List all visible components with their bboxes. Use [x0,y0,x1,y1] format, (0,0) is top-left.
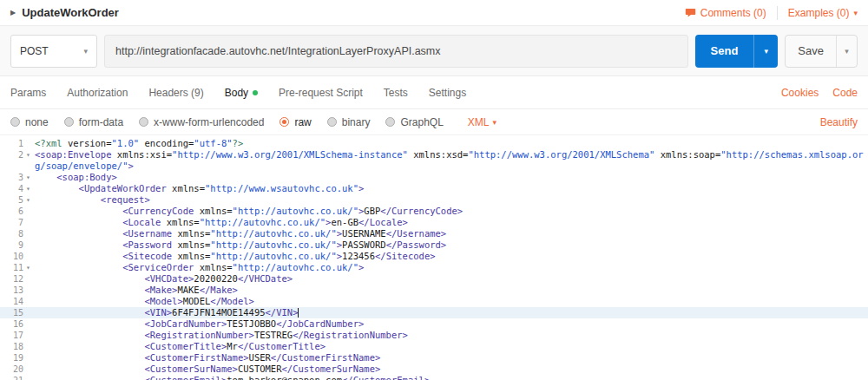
send-button[interactable]: Send [695,35,754,68]
tab-body[interactable]: Body [225,87,258,99]
code-line-9[interactable]: 9 <Password xmlns="http://autovhc.co.uk/… [0,239,868,251]
radio-icon [139,117,148,127]
code-line-11[interactable]: 11▾ <ServiceOrder xmlns="http://autovhc.… [0,262,868,273]
gutter: 4▾ [0,183,35,194]
gutter: 18 [0,341,35,352]
url-input[interactable] [104,35,688,68]
body-mode-form-data[interactable]: form-data [64,116,123,128]
gutter: 3▾ [0,172,35,183]
code-text: <Locale xmlns="http://autovhc.co.uk/">en… [35,217,868,228]
code-text: <soap:Envelope xmlns:xsi="http://www.w3.… [35,149,868,172]
code-line-18[interactable]: 18 <CustomerTitle>Mr</CustomerTitle> [0,341,868,352]
line-number: 13 [3,285,23,296]
examples-dropdown[interactable]: Examples (0) ▾ [788,7,858,19]
collapse-request-icon[interactable]: ▶ [10,9,16,16]
code-line-6[interactable]: 6 <CurrencyCode xmlns="http://autovhc.co… [0,206,868,217]
cookies-link[interactable]: Cookies [781,87,819,99]
body-mode-label: raw [294,116,311,128]
body-mode-binary[interactable]: binary [327,116,371,128]
line-number: 6 [3,206,23,217]
chevron-down-icon: ▾ [493,118,497,127]
save-options-button[interactable]: ▾ [836,36,857,67]
request-header-bar: ▶ UpdateWorkOrder Comments (0) Examples … [0,0,868,26]
code-text: <VIN>6F4FJFN14MOE14495</VIN> [35,307,868,318]
code-text: <UpdateWorkOrder xmlns="http://www.wsaut… [35,183,868,194]
code-line-17[interactable]: 17 <RegistrationNumber>TESTREG</Registra… [0,330,868,341]
radio-selected-icon [279,117,289,127]
body-mode-x-www-form-urlencoded[interactable]: x-www-form-urlencoded [139,116,264,128]
fold-toggle-icon[interactable]: ▾ [23,194,33,206]
code-line-4[interactable]: 4▾ <UpdateWorkOrder xmlns="http://www.ws… [0,183,868,194]
tab-label: Headers (9) [148,87,203,99]
code-link[interactable]: Code [832,87,858,99]
code-text: <CustomerEmail>tom.barker@snapon.com</Cu… [35,375,868,380]
fold-toggle-icon[interactable]: ▾ [23,183,33,194]
radio-icon [10,117,20,127]
code-line-15[interactable]: 15 <VIN>6F4FJFN14MOE14495</VIN> [0,307,868,318]
tab-settings[interactable]: Settings [429,87,466,99]
line-number: 15 [3,307,23,318]
gutter: 6 [0,206,35,217]
radio-icon [64,117,74,127]
comments-button[interactable]: Comments (0) [685,7,766,19]
code-line-2[interactable]: 2▾<soap:Envelope xmlns:xsi="http://www.w… [0,149,868,172]
code-text: <request> [35,194,868,206]
tab-tests[interactable]: Tests [384,87,408,99]
line-number: 17 [3,330,23,341]
send-options-button[interactable]: ▾ [753,35,778,68]
comments-label: Comments (0) [700,7,766,19]
line-number: 11 [3,262,23,273]
fold-toggle-icon[interactable]: ▾ [23,172,33,183]
code-line-7[interactable]: 7 <Locale xmlns="http://autovhc.co.uk/">… [0,217,868,228]
code-line-10[interactable]: 10 <Sitecode xmlns="http://autovhc.co.uk… [0,251,868,262]
gutter: 13 [0,285,35,296]
body-mode-options: noneform-datax-www-form-urlencodedrawbin… [10,116,444,128]
code-text: <?xml version="1.0" encoding="utf-8"?> [35,138,868,149]
tab-params[interactable]: Params [10,87,46,99]
fold-toggle-icon[interactable]: ▾ [23,149,33,172]
code-line-3[interactable]: 3▾ <soap:Body> [0,172,868,183]
code-editor[interactable]: 1<?xml version="1.0" encoding="utf-8"?>2… [0,135,868,380]
tab-headers-9-[interactable]: Headers (9) [148,87,203,99]
body-mode-graphql[interactable]: GraphQL [385,116,443,128]
tab-authorization[interactable]: Authorization [67,87,128,99]
code-line-21[interactable]: 21 <CustomerEmail>tom.barker@snapon.com<… [0,375,868,380]
line-number: 1 [3,138,23,149]
body-mode-none[interactable]: none [10,116,49,128]
line-number: 14 [3,296,23,307]
tab-label: Settings [429,87,466,99]
body-mode-raw[interactable]: raw [279,116,311,128]
code-line-5[interactable]: 5▾ <request> [0,194,868,206]
line-number: 3 [3,172,23,183]
code-text: <soap:Body> [35,172,868,183]
gutter: 10 [0,251,35,262]
gutter: 12 [0,273,35,285]
gutter-spacer [23,341,33,352]
code-line-12[interactable]: 12 <VHCDate>20200220</VHCDate> [0,273,868,285]
code-text: <VHCDate>20200220</VHCDate> [35,273,868,285]
language-dropdown[interactable]: XML ▾ [468,116,496,128]
code-line-13[interactable]: 13 <Make>MAKE</Make> [0,285,868,296]
fold-toggle-icon[interactable]: ▾ [23,262,33,273]
gutter-spacer [23,251,33,262]
code-line-16[interactable]: 16 <JobCardNumber>TESTJOBBO</JobCardNumb… [0,318,868,330]
code-line-8[interactable]: 8 <Username xmlns="http://autovhc.co.uk/… [0,228,868,239]
code-line-14[interactable]: 14 <Model>MODEL</Model> [0,296,868,307]
code-text: <Password xmlns="http://autovhc.co.uk/">… [35,239,868,251]
method-dropdown[interactable]: POST ▾ [10,35,97,68]
body-mode-label: binary [342,116,371,128]
code-text: <Model>MODEL</Model> [35,296,868,307]
code-line-1[interactable]: 1<?xml version="1.0" encoding="utf-8"?> [0,138,868,149]
beautify-link[interactable]: Beautify [820,116,858,128]
gutter: 11▾ [0,262,35,273]
line-number: 8 [3,228,23,239]
code-line-20[interactable]: 20 <CustomerSurName>CUSTOMER</CustomerSu… [0,364,868,375]
language-label: XML [468,116,490,128]
save-button[interactable]: Save [786,36,836,67]
code-line-19[interactable]: 19 <CustomerFirstName>USER</CustomerFirs… [0,352,868,364]
body-mode-label: form-data [79,116,123,128]
code-text: <CustomerFirstName>USER</CustomerFirstNa… [35,352,868,364]
gutter: 9 [0,239,35,251]
tab-pre-request-script[interactable]: Pre-request Script [279,87,363,99]
gutter-spacer [23,285,33,296]
